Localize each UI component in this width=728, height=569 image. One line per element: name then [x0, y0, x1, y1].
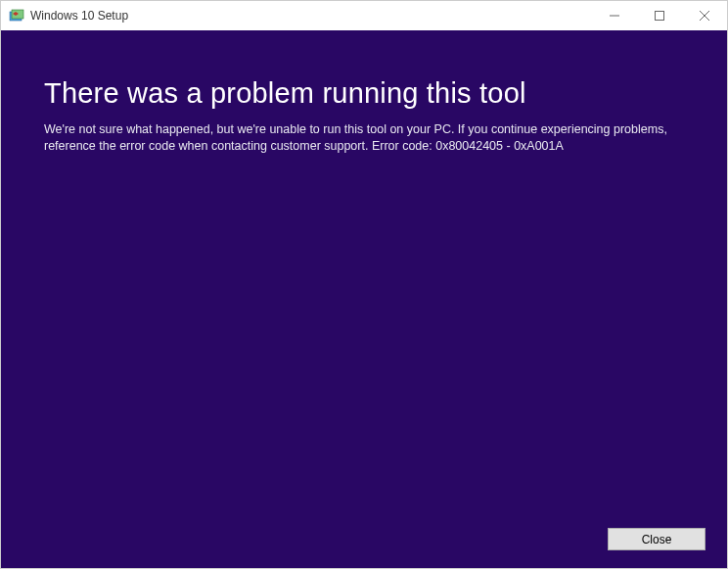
error-heading: There was a problem running this tool — [44, 77, 684, 110]
content-area: There was a problem running this tool We… — [1, 30, 727, 568]
maximize-button[interactable] — [637, 1, 682, 30]
minimize-icon — [610, 11, 619, 21]
footer: Close — [608, 528, 705, 550]
maximize-icon — [655, 11, 664, 21]
window-title: Windows 10 Setup — [30, 9, 128, 23]
window-controls — [592, 1, 727, 30]
titlebar: Windows 10 Setup — [1, 1, 727, 30]
error-body-text: We're not sure what happened, but we're … — [44, 121, 670, 155]
app-icon — [9, 8, 24, 24]
setup-window: Windows 10 Setup There was a probl — [0, 0, 728, 569]
close-icon — [700, 11, 709, 21]
svg-rect-3 — [656, 12, 664, 21]
minimize-button[interactable] — [592, 1, 637, 30]
close-button[interactable]: Close — [608, 528, 705, 550]
window-close-button[interactable] — [682, 1, 727, 30]
